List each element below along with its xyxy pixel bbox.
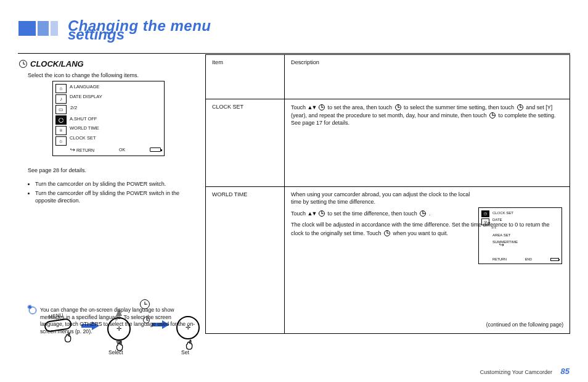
lcd-tab-display-icon: ▭ bbox=[55, 105, 67, 114]
updown-icon: ▲▼ bbox=[308, 105, 316, 110]
brand-bars bbox=[18, 21, 58, 36]
lcd-page-indicator: 2/2 bbox=[70, 105, 77, 110]
header-rule bbox=[18, 53, 570, 54]
footer-section-label: Customizing Your Camcorder bbox=[480, 369, 552, 375]
tip-text: You can change the on-screen display lan… bbox=[40, 307, 195, 336]
section-heading-clock-lang: CLOCK/LANG bbox=[19, 59, 198, 69]
settings-table: Item Description CLOCK SET Touch ▲▼ to s… bbox=[205, 54, 570, 334]
table-header-desc: Description bbox=[285, 55, 570, 99]
lcd-tab-music-icon: ♪ bbox=[55, 94, 67, 104]
section-intro: Select the icon to change the following … bbox=[28, 72, 198, 80]
clock-icon bbox=[420, 210, 426, 218]
lcd-return-label: RETURN bbox=[76, 148, 94, 152]
flow-set-label: Set bbox=[181, 349, 189, 355]
table-row-worldtime-item: WORLD TIME bbox=[206, 187, 285, 334]
lcd-ok-label: OK bbox=[119, 147, 125, 152]
clock-icon bbox=[517, 104, 523, 112]
lcd-row-date: DATE DISPLAY bbox=[70, 94, 102, 99]
left-notes: See page 28 for details. Turn the camcor… bbox=[19, 163, 198, 205]
hand-icon bbox=[183, 337, 197, 351]
lcd-tab-clock-icon bbox=[55, 115, 67, 125]
clock-icon bbox=[395, 104, 401, 112]
clockset-see-page: See page 17 for details. bbox=[291, 120, 349, 126]
lcd-row-clockset: CLOCK SET bbox=[70, 135, 96, 141]
footer-page-number: 85 bbox=[561, 367, 570, 376]
lcd-tab-etc-icon: ☼ bbox=[55, 136, 67, 146]
lcd-bottom-bar: ↩ RETURN OK bbox=[70, 146, 161, 153]
table-row-worldtime-desc: When using your camcorder abroad, you ca… bbox=[285, 187, 570, 334]
page-number: Customizing Your Camcorder 85 bbox=[480, 367, 570, 376]
clock-icon bbox=[319, 104, 325, 112]
table-row-clockset-desc: Touch ▲▼ to set the area, then touch to … bbox=[285, 99, 570, 187]
table-header-item: Item bbox=[206, 55, 285, 99]
lcd-tab-camera-icon: ⌂ bbox=[55, 84, 67, 93]
clock-icon bbox=[19, 60, 27, 68]
lcd-preview-menu: ⌂ ♪ ▭ ≡ ☼ A LANGUAGE DATE DISPLAY 2/2 A.… bbox=[52, 81, 165, 156]
battery-icon bbox=[150, 147, 161, 152]
table-row-clockset-item: CLOCK SET bbox=[206, 99, 285, 187]
lcd-sidebar: ⌂ ♪ ▭ ≡ ☼ bbox=[55, 84, 67, 146]
section-heading-text: CLOCK/LANG bbox=[30, 59, 84, 69]
flow-select-label: Select bbox=[108, 349, 123, 355]
lcd-row-worldtime: WORLD TIME bbox=[70, 125, 99, 131]
continued-note: (continued on the following page) bbox=[486, 322, 563, 328]
lcd-tab-setup-icon: ≡ bbox=[55, 126, 67, 135]
lcd-row-shutoff: A.SHUT OFF bbox=[70, 116, 97, 122]
bullet-power-off: Turn the camcorder off by sliding the PO… bbox=[35, 189, 198, 204]
clock-icon bbox=[489, 112, 496, 120]
lcd-row-language: A LANGUAGE bbox=[70, 84, 99, 89]
page-title-line2: settings bbox=[68, 26, 125, 43]
tip-icon: ✺ bbox=[29, 305, 36, 334]
worldtime-paragraph-1: When using your camcorder abroad, you ca… bbox=[291, 191, 476, 206]
bullet-power-on: Turn the camcorder on by sliding the POW… bbox=[35, 180, 198, 188]
clock-icon bbox=[319, 210, 325, 218]
updown-icon: ▲▼ bbox=[308, 211, 316, 217]
see-page-ref: See page 28 for details. bbox=[28, 167, 198, 174]
return-icon: ↩ bbox=[70, 146, 75, 153]
tip-block: ✺ You can change the on-screen display l… bbox=[29, 307, 195, 336]
clock-icon bbox=[384, 230, 390, 238]
